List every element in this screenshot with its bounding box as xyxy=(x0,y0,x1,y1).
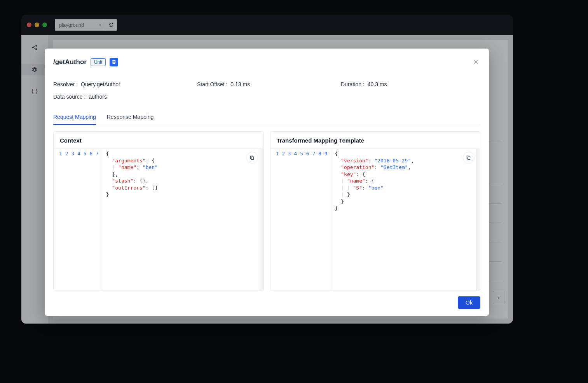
resolver-type-badge: Unit xyxy=(91,58,106,66)
tab-request-mapping[interactable]: Request Mapping xyxy=(53,110,96,125)
offset-meta: Start Offset : 0.13 ms xyxy=(197,81,341,87)
duration-label: Duration : xyxy=(341,81,365,87)
template-gutter: 1 2 3 4 5 6 7 8 9 xyxy=(270,149,331,291)
template-code-wrap: 1 2 3 4 5 6 7 8 9 { "version": "2018-05-… xyxy=(270,148,480,291)
modal-header: /getAuthor Unit ✕ xyxy=(53,56,480,68)
template-scrollbar[interactable] xyxy=(476,149,480,291)
code-panels: Context 1 2 3 4 5 6 7 { "arguments": { |… xyxy=(53,131,480,291)
tab-response-mapping[interactable]: Response Mapping xyxy=(107,110,154,125)
duration-meta: Duration : 40.3 ms xyxy=(341,81,387,87)
resolver-label: Resolver : xyxy=(53,81,78,87)
resolver-modal: /getAuthor Unit ✕ Resolver : Query.getAu… xyxy=(45,49,489,316)
resolver-meta: Resolver : Query.getAuthor xyxy=(53,81,197,87)
offset-label: Start Offset : xyxy=(197,81,227,87)
ok-button[interactable]: Ok xyxy=(458,296,480,309)
modal-title: /getAuthor xyxy=(53,58,87,66)
meta-row-2: Data source : authors xyxy=(53,94,480,100)
template-panel-title: Transformed Mapping Template xyxy=(270,132,480,148)
datasource-label: Data source : xyxy=(53,94,85,100)
template-panel: Transformed Mapping Template 1 2 3 4 5 6… xyxy=(270,131,481,291)
resolver-value: Query.getAuthor xyxy=(81,81,120,87)
duration-value: 40.3 ms xyxy=(368,81,387,87)
context-panel: Context 1 2 3 4 5 6 7 { "arguments": { |… xyxy=(53,131,264,291)
close-icon: ✕ xyxy=(473,58,479,66)
context-code[interactable]: { "arguments": { | "name": "ben" }, "sta… xyxy=(102,149,260,291)
context-panel-title: Context xyxy=(54,132,263,148)
close-modal-button[interactable]: ✕ xyxy=(471,56,480,68)
template-code[interactable]: { "version": "2018-05-29", "operation": … xyxy=(331,149,476,291)
datasource-value: authors xyxy=(89,94,107,100)
datasource-meta: Data source : authors xyxy=(53,94,107,100)
copy-icon xyxy=(250,155,255,160)
modal-footer: Ok xyxy=(45,291,489,316)
datasource-icon xyxy=(110,58,118,66)
context-scrollbar[interactable] xyxy=(260,149,263,291)
copy-context-button[interactable] xyxy=(246,152,258,164)
copy-icon xyxy=(466,155,471,160)
context-code-wrap: 1 2 3 4 5 6 7 { "arguments": { | "name":… xyxy=(54,148,263,291)
mapping-tabs: Request Mapping Response Mapping xyxy=(53,110,480,125)
meta-row-1: Resolver : Query.getAuthor Start Offset … xyxy=(53,81,480,87)
copy-template-button[interactable] xyxy=(463,152,475,164)
offset-value: 0.13 ms xyxy=(230,81,250,87)
context-gutter: 1 2 3 4 5 6 7 xyxy=(54,149,102,291)
